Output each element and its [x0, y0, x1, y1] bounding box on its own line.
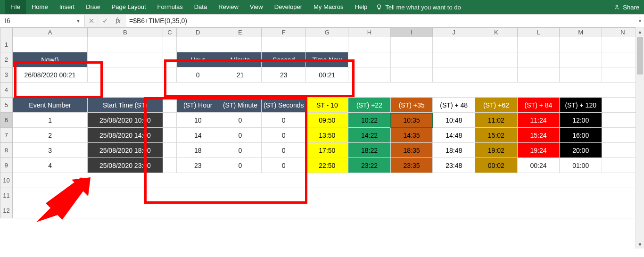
cell-E5[interactable]: (ST) Minute	[219, 98, 262, 113]
cell-B5[interactable]: Start Time (ST)	[88, 98, 163, 113]
col-header-J[interactable]: J	[433, 28, 475, 37]
tell-me-search[interactable]: Tell me what you want to do	[376, 4, 461, 11]
cell-B8[interactable]: 25/08/2020 18:00	[88, 143, 163, 158]
row-header-9[interactable]: 9	[0, 158, 13, 173]
tab-data[interactable]: Data	[189, 0, 213, 14]
cell-G3[interactable]: 00:21	[306, 67, 348, 83]
col-header-F[interactable]: F	[261, 28, 306, 37]
cell-H7[interactable]: 14:22	[348, 128, 391, 143]
col-header-K[interactable]: K	[475, 28, 518, 37]
cell-J5[interactable]: (ST) + 48	[433, 98, 475, 113]
cell-E7[interactable]: 0	[219, 128, 262, 143]
col-header-C[interactable]: C	[163, 28, 177, 37]
cell-L5[interactable]: (ST) + 84	[517, 98, 560, 113]
cell-M9[interactable]: 01:00	[560, 158, 602, 173]
row-header-4[interactable]: 4	[0, 83, 13, 98]
cell-E2[interactable]: Minute	[219, 52, 262, 67]
col-header-A[interactable]: A	[12, 28, 87, 37]
row-header-8[interactable]: 8	[0, 143, 13, 158]
cell-G9[interactable]: 22:50	[306, 158, 348, 173]
cell-G2[interactable]: Time Now	[306, 52, 348, 67]
cell-F9[interactable]: 0	[261, 158, 306, 173]
cell-D2[interactable]: Hour	[177, 52, 219, 67]
cell-G6[interactable]: 09:50	[306, 113, 348, 128]
cell-A9[interactable]: 4	[12, 158, 87, 173]
cell-I8[interactable]: 18:35	[390, 143, 433, 158]
cell-I6[interactable]: 10:35	[390, 113, 433, 128]
tab-my-macros[interactable]: My Macros	[308, 0, 349, 14]
cell-F8[interactable]: 0	[261, 143, 306, 158]
cell-F2[interactable]: Second	[261, 52, 306, 67]
cell-E9[interactable]: 0	[219, 158, 262, 173]
col-header-D[interactable]: D	[177, 28, 219, 37]
tab-home[interactable]: Home	[26, 0, 54, 14]
cell-J6[interactable]: 10:48	[433, 113, 475, 128]
cell-D8[interactable]: 18	[177, 143, 219, 158]
cell-E3[interactable]: 21	[219, 67, 262, 83]
tab-page-layout[interactable]: Page Layout	[106, 0, 152, 14]
cell-D6[interactable]: 10	[177, 113, 219, 128]
tab-review[interactable]: Review	[213, 0, 244, 14]
cell-L8[interactable]: 19:24	[517, 143, 560, 158]
formula-input[interactable]: =$B6+TIME(0,35,0) ▾	[125, 15, 644, 27]
row-header-5[interactable]: 5	[0, 98, 13, 113]
select-all-corner[interactable]	[0, 28, 13, 37]
cell-G5[interactable]: ST - 10	[306, 98, 348, 113]
cell-E6[interactable]: 0	[219, 113, 262, 128]
tab-insert[interactable]: Insert	[54, 0, 81, 14]
cell-B9[interactable]: 25/08/2020 23:00	[88, 158, 163, 173]
cell-F3[interactable]: 23	[261, 67, 306, 83]
cell-D9[interactable]: 23	[177, 158, 219, 173]
cell-M7[interactable]: 16:00	[560, 128, 602, 143]
cell-I7[interactable]: 14:35	[390, 128, 433, 143]
row-header-6[interactable]: 6	[0, 113, 13, 128]
tab-developer[interactable]: Developer	[269, 0, 308, 14]
row-header-12[interactable]: 12	[0, 203, 13, 218]
enter-formula-button[interactable]	[98, 15, 111, 27]
cell-K8[interactable]: 19:02	[475, 143, 518, 158]
cell-F5[interactable]: (ST) Seconds	[261, 98, 306, 113]
share-button[interactable]: Share	[613, 4, 639, 11]
formula-expand-icon[interactable]: ▾	[639, 18, 641, 24]
row-header-3[interactable]: 3	[0, 67, 13, 83]
cell-I5[interactable]: (ST) +35	[390, 98, 433, 113]
col-header-L[interactable]: L	[517, 28, 560, 37]
row-header-1[interactable]: 1	[0, 37, 13, 52]
cell-D7[interactable]: 14	[177, 128, 219, 143]
name-box-input[interactable]	[4, 17, 65, 25]
col-header-H[interactable]: H	[348, 28, 391, 37]
cell-B7[interactable]: 25/08/2020 14:00	[88, 128, 163, 143]
cell-F6[interactable]: 0	[261, 113, 306, 128]
cell-G7[interactable]: 13:50	[306, 128, 348, 143]
cell-K9[interactable]: 00:02	[475, 158, 518, 173]
row-header-7[interactable]: 7	[0, 128, 13, 143]
scroll-up-icon[interactable]: ▲	[636, 27, 644, 36]
col-header-M[interactable]: M	[560, 28, 602, 37]
col-header-I[interactable]: I	[390, 28, 433, 37]
scroll-down-icon[interactable]: ▼	[636, 240, 644, 249]
cell-L7[interactable]: 15:24	[517, 128, 560, 143]
cell-G8[interactable]: 17:50	[306, 143, 348, 158]
tab-view[interactable]: View	[244, 0, 269, 14]
cell-M8[interactable]: 20:00	[560, 143, 602, 158]
cell-A3[interactable]: 26/08/2020 00:21	[12, 67, 87, 83]
col-header-B[interactable]: B	[88, 28, 163, 37]
cell-J9[interactable]: 23:48	[433, 158, 475, 173]
cell-A8[interactable]: 3	[12, 143, 87, 158]
name-box[interactable]: ▼	[0, 15, 85, 27]
fx-button[interactable]: fx	[111, 15, 125, 27]
cell-A5[interactable]: Event Number	[12, 98, 87, 113]
cell-A7[interactable]: 2	[12, 128, 87, 143]
cell-J7[interactable]: 14:48	[433, 128, 475, 143]
row-header-2[interactable]: 2	[0, 52, 13, 67]
col-header-E[interactable]: E	[219, 28, 262, 37]
cell-M5[interactable]: (ST) + 120	[560, 98, 602, 113]
tab-file[interactable]: File	[5, 0, 26, 14]
cell-D5[interactable]: (ST) Hour	[177, 98, 219, 113]
spreadsheet-grid[interactable]: A B C D E F G H I J K L M N 1 2 Now()	[0, 27, 644, 257]
cell-A6[interactable]: 1	[12, 113, 87, 128]
cell-H8[interactable]: 18:22	[348, 143, 391, 158]
cell-F7[interactable]: 0	[261, 128, 306, 143]
cell-K7[interactable]: 15:02	[475, 128, 518, 143]
cell-H6[interactable]: 10:22	[348, 113, 391, 128]
